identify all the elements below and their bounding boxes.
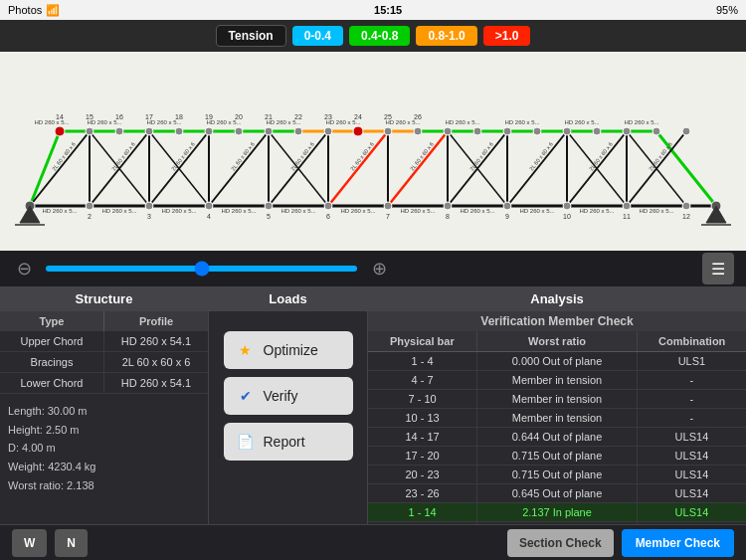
content-row: Structure Type Profile Upper Chord HD 26… [0, 286, 746, 524]
cell-combination: ULS14 [638, 484, 746, 502]
w-button[interactable]: W [12, 529, 47, 557]
svg-text:HD 260 x 5...: HD 260 x 5... [460, 208, 494, 214]
analysis-col-headers: Physical bar Worst ratio Combination [368, 331, 746, 352]
svg-point-66 [473, 127, 481, 135]
svg-point-62 [353, 126, 363, 136]
report-button[interactable]: 📄 Report [224, 423, 353, 461]
cell-bar: 20 - 23 [368, 466, 477, 483]
star-icon: ★ [236, 340, 256, 360]
svg-point-71 [623, 127, 631, 135]
svg-point-55 [145, 127, 153, 135]
legend-0-04: 0-0.4 [292, 26, 343, 46]
analysis-row: 17 - 20 0.715 Out of plane ULS14 [368, 447, 746, 466]
structure-upper-profile: HD 260 x 54.1 [104, 331, 208, 351]
n-button[interactable]: N [55, 529, 88, 557]
svg-text:25: 25 [384, 113, 392, 120]
svg-text:14: 14 [56, 113, 64, 120]
analysis-panel: Analysis Verification Member Check Physi… [368, 286, 746, 524]
svg-text:10: 10 [563, 213, 571, 220]
svg-text:HD 260 x 5...: HD 260 x 5... [42, 208, 77, 214]
structure-row-upper: Upper Chord HD 260 x 54.1 [0, 331, 208, 352]
structure-bracings-type: Bracings [0, 352, 104, 372]
svg-point-54 [115, 127, 123, 135]
svg-text:2: 2 [88, 213, 92, 220]
loads-panel: Loads ★ Optimize ✔ Verify 📄 Report [209, 286, 368, 524]
cell-bar: 7 - 10 [368, 390, 477, 408]
verification-header: Verification Member Check [368, 311, 746, 331]
svg-point-53 [86, 127, 93, 135]
svg-point-56 [175, 127, 183, 135]
svg-point-77 [205, 202, 213, 210]
cell-bar: 1 - 14 [368, 503, 477, 521]
svg-point-76 [145, 202, 153, 210]
cell-bar: 14 - 17 [368, 428, 477, 446]
zoom-in-button[interactable]: ⊕ [367, 257, 391, 280]
svg-text:16: 16 [115, 113, 123, 120]
svg-text:11: 11 [623, 213, 631, 220]
svg-point-80 [384, 202, 392, 210]
optimize-label: Optimize [264, 342, 318, 358]
cell-combination: ULS1 [638, 352, 746, 370]
structure-upper-type: Upper Chord [0, 331, 104, 351]
svg-text:17: 17 [145, 113, 153, 120]
bottom-action-bar: W N Section Check Member Check [0, 524, 746, 560]
col-combination: Combination [638, 331, 746, 351]
structure-length: Length: 30.00 m [8, 402, 200, 421]
svg-point-81 [444, 202, 452, 210]
svg-text:15: 15 [86, 113, 93, 120]
structure-height: Height: 2.50 m [8, 421, 200, 440]
svg-text:23: 23 [324, 113, 332, 120]
cell-combination: - [638, 371, 746, 389]
structure-info: Length: 30.00 m Height: 2.50 m D: 4.00 m… [0, 394, 208, 502]
svg-point-85 [682, 202, 690, 210]
structure-lower-type: Lower Chord [0, 373, 104, 393]
svg-text:24: 24 [354, 113, 362, 120]
svg-text:HD 260 x 5...: HD 260 x 5... [101, 208, 136, 214]
cell-combination: ULS14 [638, 428, 746, 446]
legend-04-08: 0.4-0.8 [349, 26, 410, 46]
structure-row-bracings: Bracings 2L 60 x 60 x 6 [0, 352, 208, 373]
svg-point-75 [86, 202, 93, 210]
svg-point-59 [265, 127, 273, 135]
legend-08-10: 0.8-1.0 [416, 26, 476, 46]
status-battery: 95% [716, 4, 738, 16]
svg-point-60 [294, 127, 302, 135]
status-bar: Photos 📶 15:15 95% [0, 0, 746, 20]
structure-lower-profile: HD 260 x 54.1 [104, 373, 208, 393]
menu-button[interactable]: ☰ [702, 253, 734, 284]
svg-point-58 [235, 127, 243, 135]
optimize-button[interactable]: ★ Optimize [224, 331, 353, 369]
legend-bar: Tension 0-0.4 0.4-0.8 0.8-1.0 >1.0 [0, 20, 746, 52]
cell-ratio: 0.715 Out of plane [477, 447, 638, 465]
section-check-button[interactable]: Section Check [507, 529, 614, 557]
svg-point-67 [503, 127, 511, 135]
svg-text:18: 18 [175, 113, 183, 120]
svg-text:21: 21 [265, 113, 273, 120]
svg-text:HD 260 x 5...: HD 260 x 5... [221, 208, 256, 214]
verify-button[interactable]: ✔ Verify [224, 377, 353, 415]
svg-point-57 [205, 127, 213, 135]
cell-ratio: 2.137 In plane [477, 503, 638, 521]
svg-text:12: 12 [682, 213, 690, 220]
legend-tension: Tension [216, 25, 286, 47]
analysis-row: 7 - 10 Member in tension - [368, 390, 746, 409]
svg-text:3: 3 [147, 213, 151, 220]
structure-col-type: Type [0, 311, 104, 331]
analysis-rows: 1 - 4 0.000 Out of plane ULS1 4 - 7 Memb… [368, 352, 746, 524]
zoom-out-button[interactable]: ⊖ [12, 257, 36, 280]
svg-text:HD 260 x 5...: HD 260 x 5... [400, 208, 435, 214]
status-time: 15:15 [374, 4, 402, 16]
cell-bar: 4 - 7 [368, 371, 477, 389]
member-check-button[interactable]: Member Check [622, 529, 734, 557]
col-physical-bar: Physical bar [368, 331, 477, 351]
verify-label: Verify [264, 388, 298, 404]
svg-text:19: 19 [205, 113, 213, 120]
svg-point-82 [503, 202, 511, 210]
svg-text:22: 22 [294, 113, 302, 120]
svg-point-65 [444, 127, 452, 135]
svg-point-52 [55, 126, 65, 136]
svg-point-73 [682, 127, 690, 135]
zoom-slider[interactable] [46, 266, 357, 272]
doc-icon: 📄 [236, 432, 256, 452]
svg-text:20: 20 [235, 113, 243, 120]
